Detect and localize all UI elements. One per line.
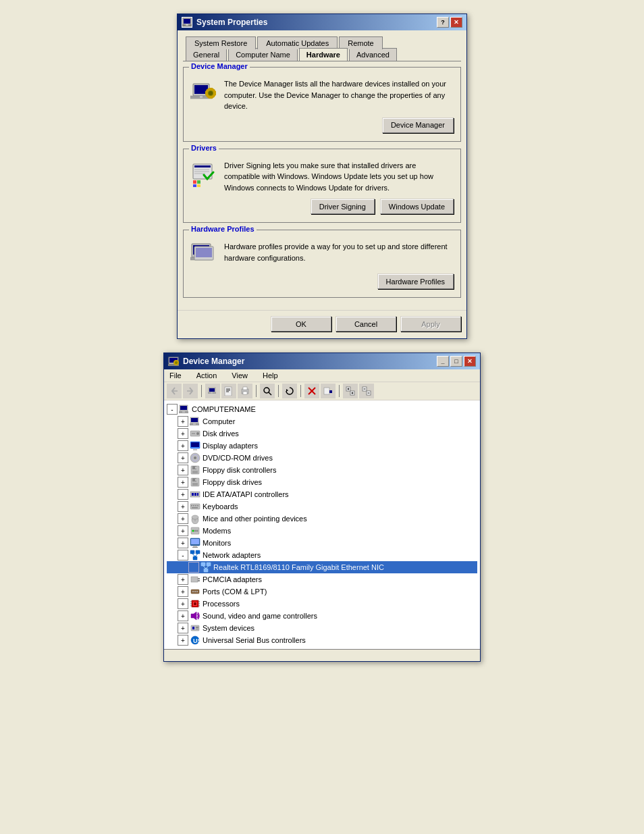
tree-mice-expander[interactable]: + — [178, 513, 188, 524]
svg-point-80 — [194, 457, 196, 459]
driver-signing-button[interactable]: Driver Signing — [311, 199, 375, 214]
devmgr-maximize-button[interactable]: □ — [450, 356, 462, 367]
close-button[interactable]: ✕ — [450, 17, 462, 28]
svg-rect-98 — [197, 505, 198, 506]
svg-point-106 — [194, 530, 196, 532]
windows-update-button[interactable]: Windows Update — [380, 199, 454, 214]
tree-pcmcia-expander[interactable]: + — [178, 574, 188, 585]
tree-system-expander[interactable]: + — [178, 623, 188, 633]
svg-point-105 — [192, 530, 194, 532]
tree-realtek-expander[interactable] — [188, 562, 199, 573]
toolbar-computer[interactable] — [205, 384, 220, 398]
tree-item-keyboards[interactable]: + Keyboards — [167, 500, 477, 513]
tab-system-restore[interactable]: System Restore — [186, 36, 256, 49]
tree-item-processors[interactable]: + Processors — [167, 598, 477, 610]
menu-help[interactable]: Help — [260, 371, 281, 380]
tab-general[interactable]: General — [186, 48, 227, 61]
hardware-profiles-buttons: Hardware Profiles — [190, 273, 454, 289]
svg-rect-29 — [196, 248, 212, 257]
menu-view[interactable]: View — [229, 371, 250, 380]
tree-item-monitors[interactable]: + Monitors — [167, 537, 477, 549]
tree-label-keyboards: Keyboards — [203, 502, 238, 511]
apply-button[interactable]: Apply — [400, 316, 461, 332]
tab-advanced[interactable]: Advanced — [349, 48, 397, 61]
tree-display-expander[interactable]: + — [178, 440, 188, 451]
svg-rect-22 — [193, 184, 196, 187]
tree-processors-expander[interactable]: + — [178, 598, 188, 609]
svg-rect-140 — [192, 627, 194, 629]
tree-item-network-adapters[interactable]: - Network adapters — [167, 549, 477, 561]
device-manager-button[interactable]: Device Manager — [382, 118, 454, 133]
tree-item-realtek[interactable]: Realtek RTL8169/8110 Family Gigabit Ethe… — [167, 561, 477, 573]
svg-rect-124 — [198, 580, 200, 581]
tree-item-pcmcia[interactable]: + PCMCIA adapters — [167, 573, 477, 585]
tree-item-usb[interactable]: + USB Universal Serial Bus controllers — [167, 634, 477, 646]
toolbar-refresh[interactable] — [282, 384, 297, 398]
svg-point-127 — [194, 591, 196, 592]
tree-item-system-devices[interactable]: + System devices — [167, 622, 477, 634]
toolbar-find[interactable] — [260, 384, 275, 398]
tree-computer-expander[interactable]: + — [178, 416, 188, 427]
hardware-profiles-button[interactable]: Hardware Profiles — [377, 273, 454, 289]
tree-label-mice: Mice and other pointing devices — [203, 515, 307, 523]
system-properties-titlebar: System Properties ? ✕ — [178, 14, 466, 30]
ok-button[interactable]: OK — [271, 316, 331, 332]
devmgr-statusbar — [164, 649, 480, 661]
svg-rect-112 — [190, 550, 194, 554]
tree-ports-expander[interactable]: + — [178, 586, 188, 597]
menu-action[interactable]: Action — [194, 371, 220, 380]
toolbar-expand-all[interactable] — [343, 384, 358, 398]
tree-monitors-expander[interactable]: + — [178, 538, 188, 548]
tab-computer-name[interactable]: Computer Name — [228, 48, 298, 61]
devmgr-close-button[interactable]: ✕ — [464, 356, 476, 367]
toolbar-print[interactable] — [238, 384, 252, 398]
svg-line-120 — [203, 566, 206, 569]
tree-disk-expander[interactable]: + — [178, 428, 188, 439]
cancel-button[interactable]: Cancel — [336, 316, 396, 332]
tree-item-ide[interactable]: + IDE ATA/ATAPI controllers — [167, 488, 477, 500]
help-button[interactable]: ? — [437, 17, 449, 28]
tree-item-dvd[interactable]: + DVD/CD-ROM drives — [167, 452, 477, 464]
tab-hardware[interactable]: Hardware — [299, 48, 348, 61]
dialog-content: System Restore Automatic Updates Remote … — [178, 30, 466, 310]
tree-item-disk-drives[interactable]: + Disk drives — [167, 427, 477, 440]
toolbar-properties2[interactable] — [321, 384, 336, 398]
toolbar-sep-4 — [300, 385, 301, 397]
device-manager-section-body: The Device Manager lists all the hardwar… — [190, 78, 454, 112]
tree-keyboards-expander[interactable]: + — [178, 501, 188, 512]
svg-point-128 — [196, 591, 198, 592]
toolbar-collapse-all[interactable] — [359, 384, 374, 398]
tree-network-expander[interactable]: - — [178, 550, 188, 561]
tree-item-sound[interactable]: + Sound, video and game controllers — [167, 610, 477, 622]
tree-floppy-ctrl-expander[interactable]: + — [178, 465, 188, 475]
tree-item-ports[interactable]: + Ports (COM & LPT) — [167, 585, 477, 598]
tree-usb-expander[interactable]: + — [178, 635, 188, 646]
tree-item-computer[interactable]: + Computer — [167, 415, 477, 427]
svg-rect-96 — [193, 505, 194, 506]
svg-rect-77 — [191, 442, 199, 447]
tree-dvd-expander[interactable]: + — [178, 452, 188, 463]
disk-drives-icon — [190, 428, 200, 439]
devmgr-minimize-button[interactable]: _ — [437, 356, 449, 367]
tree-label-disk-drives: Disk drives — [203, 429, 239, 438]
toolbar-close-action[interactable] — [304, 384, 319, 398]
tree-item-mice[interactable]: + Mice and other pointing devices — [167, 513, 477, 525]
svg-rect-123 — [198, 578, 200, 579]
tree-item-modems[interactable]: + Modems — [167, 525, 477, 537]
tree-item-floppy-ctrl[interactable]: + Floppy disk controllers — [167, 464, 477, 476]
svg-rect-53 — [324, 388, 329, 394]
tree-ide-expander[interactable]: + — [178, 489, 188, 500]
tree-root-expander[interactable]: - — [167, 404, 178, 415]
toolbar-properties[interactable] — [221, 384, 236, 398]
tree-root[interactable]: - COMPUTERNAME — [167, 403, 477, 415]
tree-floppy-drives-expander[interactable]: + — [178, 477, 188, 488]
tree-item-display-adapters[interactable]: + Display adapters — [167, 440, 477, 452]
toolbar-back[interactable] — [167, 384, 182, 398]
menu-file[interactable]: File — [167, 371, 184, 380]
toolbar-forward[interactable] — [183, 384, 198, 398]
tree-sound-expander[interactable]: + — [178, 610, 188, 621]
svg-rect-10 — [209, 88, 213, 90]
tree-item-floppy-drives[interactable]: + Floppy disk drives — [167, 476, 477, 488]
tree-modems-expander[interactable]: + — [178, 525, 188, 536]
pcmcia-icon — [190, 574, 200, 585]
